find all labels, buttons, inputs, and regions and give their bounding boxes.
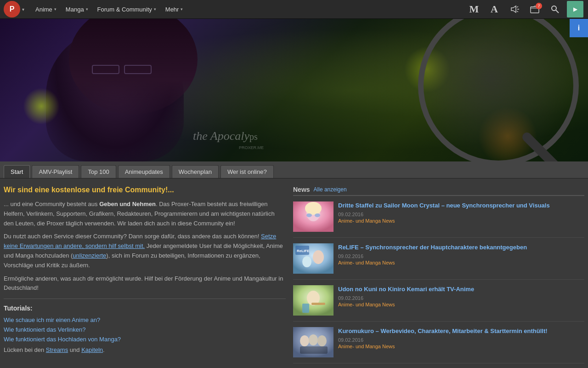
news-category-2: Anime- und Manga News	[338, 260, 584, 265]
chat-button[interactable]	[505, 0, 524, 19]
forum-dropdown-arrow: ▾	[154, 7, 156, 12]
news-title-3[interactable]: Udon no Kuni no Kiniro Kemari erhält TV-…	[338, 285, 584, 293]
news-item-2: ReLIFE ReLIFE – Synchronsprecher der Hau…	[293, 243, 584, 280]
news-item-4: Kuromukuro – Werbevideo, Charaktere, Mit…	[293, 327, 584, 363]
news-title-4[interactable]: Kuromukuro – Werbevideo, Charaktere, Mit…	[338, 327, 584, 335]
tutorial-link-1[interactable]: Wie schaue ich mir einen Anime an?	[4, 316, 286, 323]
svg-line-6	[556, 10, 559, 13]
streams-link[interactable]: Streams	[46, 346, 68, 353]
search-button[interactable]	[546, 0, 564, 19]
logo-dropdown-arrow[interactable]: ▾	[22, 7, 24, 12]
news-item-3: Udon no Kuni no Kiniro Kemari erhält TV-…	[293, 285, 584, 322]
news-thumb-4	[293, 327, 334, 357]
tabs-bar: Start AMV-Playlist Top 100 Animeupdates …	[0, 161, 588, 178]
tab-start[interactable]: Start	[4, 165, 30, 178]
mal-letter-m: M	[469, 3, 479, 15]
news-date-2: 09.02.2016	[338, 253, 584, 259]
svg-point-23	[309, 334, 318, 345]
news-date-1: 09.02.2016	[338, 212, 584, 217]
news-content-4: Kuromukuro – Werbevideo, Charaktere, Mit…	[338, 327, 584, 357]
notification-badge: 7	[536, 3, 542, 9]
news-item-1: Dritte Staffel zu Sailor Moon Crystal – …	[293, 201, 584, 238]
ap-letter-a: A	[491, 3, 498, 15]
svg-point-5	[552, 6, 556, 11]
svg-point-16	[302, 256, 311, 267]
nav-item-forum[interactable]: Forum & Community ▾	[94, 0, 160, 19]
megaphone-icon	[509, 4, 520, 14]
info-button[interactable]: i	[570, 19, 588, 37]
left-column: Wir sind eine kostenlose und freie Commu…	[4, 186, 293, 368]
community-main-title: Wir sind eine kostenlose und freie Commu…	[4, 186, 286, 194]
tab-amv[interactable]: AMV-Playlist	[32, 165, 79, 178]
svg-point-11	[315, 213, 320, 217]
news-date-3: 09.02.2016	[338, 295, 584, 301]
hero-art: the Apocalyps PROXER.ME	[0, 19, 588, 161]
hero-proxer-credit: PROXER.ME	[239, 145, 264, 150]
news-title-1[interactable]: Dritte Staffel zu Sailor Moon Crystal – …	[338, 201, 584, 210]
svg-marker-0	[511, 6, 516, 12]
tab-wer-online[interactable]: Wer ist online?	[220, 165, 274, 178]
svg-text:ReLIFE: ReLIFE	[297, 249, 310, 253]
main-content: Wir sind eine kostenlose und freie Commu…	[0, 178, 588, 368]
kapitel-link[interactable]: Kapiteln	[81, 346, 103, 353]
news-category-1: Anime- und Manga News	[338, 218, 584, 224]
search-icon	[550, 5, 560, 14]
svg-rect-20	[311, 303, 325, 305]
news-header: News Alle anzeigen	[293, 186, 584, 196]
tab-animeupdates[interactable]: Animeupdates	[118, 165, 170, 178]
svg-point-10	[306, 213, 312, 217]
news-section-label: News	[293, 186, 310, 193]
news-thumb-1	[293, 201, 334, 232]
navigation-bar: P ▾ Anime ▾ Manga ▾ Forum & Community ▾ …	[0, 0, 588, 19]
nav-item-mehr[interactable]: Mehr ▾	[162, 0, 187, 19]
news-content-3: Udon no Kuni no Kiniro Kemari erhält TV-…	[338, 285, 584, 316]
svg-point-22	[300, 335, 309, 346]
hero-title-text: the Apocalyps	[193, 129, 258, 143]
mehr-dropdown-arrow: ▾	[181, 7, 183, 12]
svg-rect-25	[300, 346, 328, 354]
tutorials-heading: Tutorials:	[4, 305, 286, 312]
svg-line-3	[517, 11, 518, 12]
community-para1: ... und eine Community besteht aus Geben…	[4, 200, 286, 228]
right-column: News Alle anzeigen	[293, 186, 584, 368]
tab-top100[interactable]: Top 100	[81, 165, 116, 178]
hero-banner: the Apocalyps PROXER.ME	[0, 19, 588, 161]
notifications-button[interactable]: 7	[526, 0, 544, 19]
site-logo[interactable]: P	[4, 1, 20, 17]
nav-item-anime[interactable]: Anime ▾	[32, 0, 60, 19]
news-category-3: Anime- und Manga News	[338, 302, 584, 307]
nav-item-manga[interactable]: Manga ▾	[62, 0, 92, 19]
footer-text: Lücken bei den Streams und Kapiteln.	[4, 346, 286, 353]
unlizenzierte-link[interactable]: unlizenzierte	[73, 252, 106, 259]
news-all-link[interactable]: Alle anzeigen	[314, 186, 347, 193]
news-category-4: Anime- und Manga News	[338, 344, 584, 349]
tutorial-link-3[interactable]: Wie funktioniert das Hochladen von Manga…	[4, 336, 286, 343]
news-title-2[interactable]: ReLIFE – Synchronsprecher der Hauptchara…	[338, 243, 584, 252]
svg-rect-19	[302, 304, 309, 313]
svg-line-1	[517, 6, 518, 7]
news-thumb-3	[293, 285, 334, 316]
manga-dropdown-arrow: ▾	[86, 7, 88, 12]
community-para2: Du nutzt auch den Service dieser Communi…	[4, 232, 286, 270]
news-content-1: Dritte Staffel zu Sailor Moon Crystal – …	[338, 201, 584, 232]
content-divider	[4, 299, 286, 299]
avatar-image: ▶	[567, 1, 583, 17]
tab-wochenplan[interactable]: Wochenplan	[172, 165, 219, 178]
tutorial-link-2[interactable]: Wie funktioniert das Verlinken?	[4, 326, 286, 333]
news-thumb-2: ReLIFE	[293, 243, 334, 274]
community-para3: Ermögliche anderen, was auch dir ermögli…	[4, 274, 286, 293]
nav-right-actions: M A 7	[465, 0, 584, 19]
mal-link-button[interactable]: M	[465, 0, 483, 19]
anime-dropdown-arrow: ▾	[54, 7, 57, 12]
svg-point-15	[313, 250, 324, 264]
news-date-4: 09.02.2016	[338, 337, 584, 343]
user-avatar[interactable]: ▶	[566, 0, 584, 19]
svg-point-24	[317, 335, 327, 346]
svg-point-9	[305, 202, 322, 215]
info-icon: i	[578, 24, 580, 32]
anime-planet-link-button[interactable]: A	[485, 0, 503, 19]
news-content-2: ReLIFE – Synchronsprecher der Hauptchara…	[338, 243, 584, 274]
